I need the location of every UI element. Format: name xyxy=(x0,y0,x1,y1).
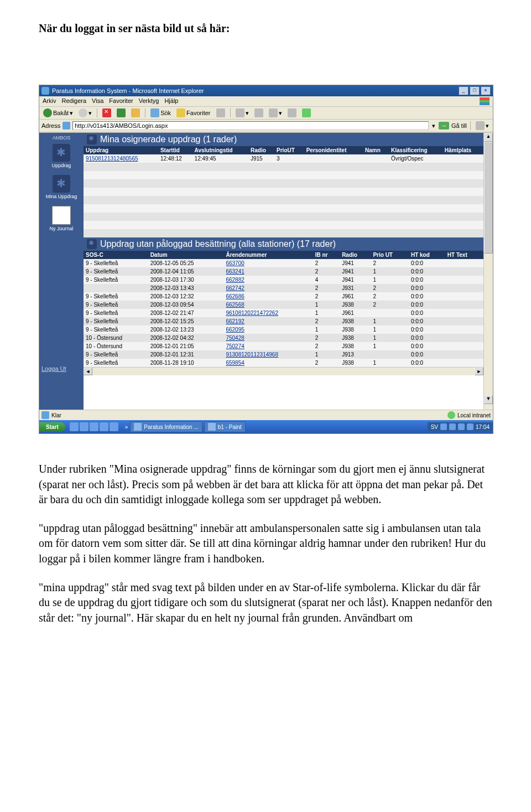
case-link[interactable]: 91308120112314968 xyxy=(226,351,278,358)
back-button[interactable]: Bakåt ▾ xyxy=(41,108,75,118)
stop-button[interactable] xyxy=(101,108,113,118)
case-link[interactable]: 662686 xyxy=(226,293,244,299)
col-header[interactable]: Datum xyxy=(148,251,224,259)
assignment-link[interactable]: 91508121312480565 xyxy=(86,156,138,162)
col-header[interactable]: Avslutningstid xyxy=(192,146,248,154)
table-row[interactable]: 9 - Skellefteå2008-11-28 19:106598542J93… xyxy=(84,359,483,367)
sidebar-item-uppdrag[interactable]: Uppdrag xyxy=(39,141,84,172)
table-row[interactable]: 9 - Skellefteå2008-12-01 12:319130812011… xyxy=(84,350,483,359)
menu-item[interactable]: Arkiv xyxy=(43,97,56,105)
table-row[interactable]: 9 - Skellefteå2008-12-02 13:236620951J93… xyxy=(84,325,483,334)
col-header[interactable]: Personidentitet xyxy=(304,146,363,154)
table-row[interactable]: 91508121312480565 12:48:12 12:49:45 J915… xyxy=(84,154,483,163)
menu-item[interactable]: Verktyg xyxy=(139,97,159,105)
ql-icon[interactable] xyxy=(110,422,118,431)
table-row[interactable]: 9 - Skellefteå2008-12-03 12:326626862J96… xyxy=(84,292,483,301)
minimize-button[interactable]: _ xyxy=(459,86,468,95)
case-link[interactable]: 662192 xyxy=(226,318,244,324)
address-input[interactable]: http://v01s413/AMBOS/Login.aspx xyxy=(72,121,429,130)
favorites-button[interactable]: Favoriter xyxy=(175,108,212,118)
col-header[interactable]: Radio xyxy=(340,251,371,259)
ql-icon[interactable] xyxy=(70,422,79,431)
home-button[interactable] xyxy=(129,108,142,118)
forward-button[interactable]: ▾ xyxy=(77,108,93,118)
tray-icon[interactable] xyxy=(440,423,447,430)
logout-link[interactable]: Logga Ut xyxy=(41,365,81,372)
col-header[interactable]: Radio xyxy=(248,146,274,154)
table-row[interactable]: 9 - Skellefteå2008-12-05 05:256637002J94… xyxy=(84,259,483,267)
case-link[interactable]: 96108120221472262 xyxy=(226,310,278,316)
tray-icon[interactable] xyxy=(449,423,456,430)
table-row[interactable]: 9 - Skellefteå2008-12-02 15:256621922J93… xyxy=(84,317,483,325)
case-link[interactable]: 750428 xyxy=(226,335,244,341)
menu-item[interactable]: Redigera xyxy=(61,97,86,105)
tray-icon[interactable] xyxy=(458,423,465,430)
col-header[interactable]: HT Text xyxy=(445,251,483,259)
quick-launch[interactable] xyxy=(70,422,118,431)
scroll-thumb[interactable] xyxy=(484,142,493,254)
case-link[interactable]: 663700 xyxy=(226,260,244,266)
maximize-button[interactable]: □ xyxy=(470,86,480,95)
taskbar-item[interactable]: b1 - Paint xyxy=(204,421,246,432)
start-button[interactable]: Start xyxy=(39,422,65,432)
case-link[interactable]: 659854 xyxy=(226,360,244,366)
ql-icon[interactable] xyxy=(80,422,88,431)
close-button[interactable]: × xyxy=(481,86,491,95)
case-link[interactable]: 662095 xyxy=(226,327,244,333)
go-button[interactable]: → xyxy=(439,122,449,130)
vertical-scrollbar[interactable]: ▲ ▼ xyxy=(483,133,493,410)
col-header[interactable]: SOS-C xyxy=(84,251,148,259)
table-row[interactable]: 9 - Skellefteå2008-12-03 09:546625681J93… xyxy=(84,301,483,309)
col-header[interactable]: Hämtplats xyxy=(442,146,483,154)
col-header[interactable]: Prio UT xyxy=(371,251,409,259)
edit-button[interactable]: ▾ xyxy=(267,108,284,118)
col-header[interactable]: Namn xyxy=(363,146,389,154)
case-link[interactable]: 662882 xyxy=(226,277,244,283)
case-link[interactable]: 662742 xyxy=(226,285,244,291)
menu-item[interactable]: Favoriter xyxy=(109,97,133,105)
ql-icon[interactable] xyxy=(90,422,98,431)
table-row[interactable]: 9 - Skellefteå2008-12-02 21:479610812022… xyxy=(84,309,483,317)
col-header[interactable]: Starttid xyxy=(158,146,192,154)
col-header[interactable]: Uppdrag xyxy=(84,146,158,154)
sidebar-item-ny-journal[interactable]: Ny Journal xyxy=(39,203,84,235)
case-link[interactable]: 663241 xyxy=(226,268,244,275)
table-row[interactable]: 9 - Skellefteå2008-12-03 17:306628824J94… xyxy=(84,276,483,284)
ql-icon[interactable] xyxy=(100,422,108,431)
scroll-down-icon[interactable]: ▼ xyxy=(484,395,493,404)
cell: 1 xyxy=(371,325,409,334)
col-header[interactable]: Klassificering xyxy=(389,146,442,154)
table-row[interactable]: 2008-12-03 13:436627422J93120:0:0 xyxy=(84,284,483,292)
col-header[interactable]: IB nr xyxy=(313,251,340,259)
cell: J938 xyxy=(340,359,371,367)
links-button[interactable]: ▾ xyxy=(474,121,491,131)
taskbar-item[interactable]: Paratus Information ... xyxy=(130,421,202,432)
system-tray[interactable]: SV 17:04 xyxy=(428,422,493,431)
scroll-right-icon[interactable]: ► xyxy=(475,368,483,375)
table-row[interactable]: 10 - Östersund2008-12-02 04:327504282J93… xyxy=(84,334,483,342)
table-row[interactable]: 9 - Skellefteå2008-12-04 11:056632412J94… xyxy=(84,267,483,276)
tray-icon[interactable] xyxy=(467,423,473,430)
col-header[interactable]: Ärendenummer xyxy=(223,251,313,259)
window-buttons[interactable]: _ □ × xyxy=(459,86,491,95)
sidebar-item-mina-uppdrag[interactable]: Mina Uppdrag xyxy=(39,172,84,203)
mail-button[interactable]: ▾ xyxy=(234,108,251,118)
case-link[interactable]: 662568 xyxy=(226,302,244,308)
print-button[interactable] xyxy=(253,108,265,118)
col-header[interactable]: PrioUT xyxy=(274,146,304,154)
messenger-button[interactable] xyxy=(300,108,313,118)
lang-indicator[interactable]: SV xyxy=(431,424,438,430)
case-link[interactable]: 750274 xyxy=(226,343,244,349)
refresh-button[interactable] xyxy=(115,108,127,118)
discuss-button[interactable] xyxy=(286,108,298,118)
search-button[interactable]: Sök xyxy=(149,108,173,118)
address-dropdown[interactable]: ▾ xyxy=(431,122,436,130)
horizontal-scrollbar[interactable]: ◄ ► xyxy=(84,367,483,375)
history-button[interactable] xyxy=(215,108,227,118)
col-header[interactable]: HT kod xyxy=(409,251,445,259)
menu-item[interactable]: Hjälp xyxy=(164,97,178,105)
table-row[interactable]: 10 - Östersund2008-12-01 21:057502742J93… xyxy=(84,342,483,350)
scroll-up-icon[interactable]: ▲ xyxy=(484,133,493,142)
menu-item[interactable]: Visa xyxy=(92,97,103,105)
scroll-left-icon[interactable]: ◄ xyxy=(84,368,92,375)
